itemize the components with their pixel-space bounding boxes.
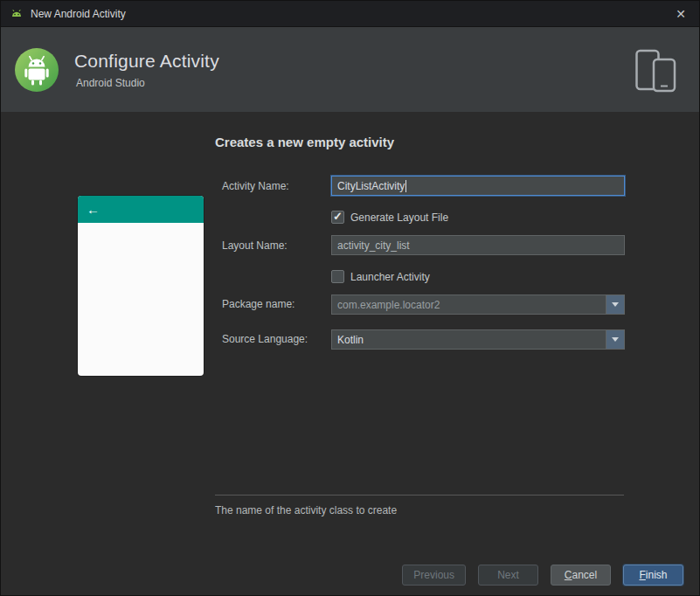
wizard-subtitle: Android Studio	[76, 77, 219, 89]
wizard-header: Configure Activity Android Studio	[1, 27, 699, 112]
generate-layout-checkbox[interactable]	[331, 211, 344, 224]
generate-layout-checkbox-row: Generate Layout File	[331, 211, 448, 224]
text-caret	[405, 180, 406, 192]
wizard-header-titles: Configure Activity Android Studio	[74, 51, 219, 89]
chevron-down-icon	[612, 302, 619, 307]
activity-name-label: Activity Name:	[222, 180, 289, 192]
package-name-dropdown-button[interactable]	[606, 295, 624, 314]
page-title: Creates a new empty activity	[215, 135, 394, 149]
layout-name-value: activity_city_list	[337, 239, 410, 252]
source-language-value: Kotlin	[337, 334, 364, 346]
button-bar: Previous Next Cancel Finish	[402, 565, 683, 586]
package-name-value: com.example.locator2	[337, 299, 440, 311]
source-language-combobox[interactable]: Kotlin	[331, 329, 625, 350]
wizard-content: Creates a new empty activity ← Activity …	[1, 112, 699, 596]
android-logo-icon	[10, 7, 24, 21]
title-bar: New Android Activity ✕	[1, 1, 699, 27]
phone-tablet-icon	[634, 48, 676, 94]
launcher-activity-checkbox-row: Launcher Activity	[331, 270, 430, 283]
launcher-activity-checkbox[interactable]	[331, 270, 344, 283]
cancel-button[interactable]: Cancel	[551, 565, 611, 586]
launcher-activity-label: Launcher Activity	[350, 271, 430, 283]
generate-layout-label: Generate Layout File	[350, 211, 448, 224]
package-name-label: Package name:	[222, 298, 295, 310]
activity-name-input[interactable]: CityListActivity	[331, 176, 625, 196]
android-studio-logo-icon	[13, 46, 60, 94]
source-language-label: Source Language:	[222, 333, 308, 345]
hint-divider	[215, 495, 624, 496]
activity-name-value: CityListActivity	[337, 180, 405, 192]
layout-name-label: Layout Name:	[222, 239, 288, 252]
close-icon[interactable]: ✕	[671, 4, 690, 24]
next-button[interactable]: Next	[478, 565, 538, 586]
back-arrow-icon: ←	[87, 203, 100, 216]
chevron-down-icon	[612, 337, 619, 342]
layout-name-input[interactable]: activity_city_list	[331, 235, 625, 255]
package-name-combobox[interactable]: com.example.locator2	[331, 295, 625, 315]
new-android-activity-dialog: New Android Activity ✕	[0, 0, 700, 596]
wizard-title: Configure Activity	[74, 51, 219, 72]
finish-button[interactable]: Finish	[623, 565, 683, 586]
activity-template-preview: ←	[78, 196, 204, 376]
previous-button[interactable]: Previous	[402, 565, 466, 586]
window-title: New Android Activity	[31, 8, 671, 20]
source-language-dropdown-button[interactable]	[606, 330, 624, 349]
preview-appbar: ←	[78, 196, 204, 223]
hint-text: The name of the activity class to create	[215, 504, 397, 516]
